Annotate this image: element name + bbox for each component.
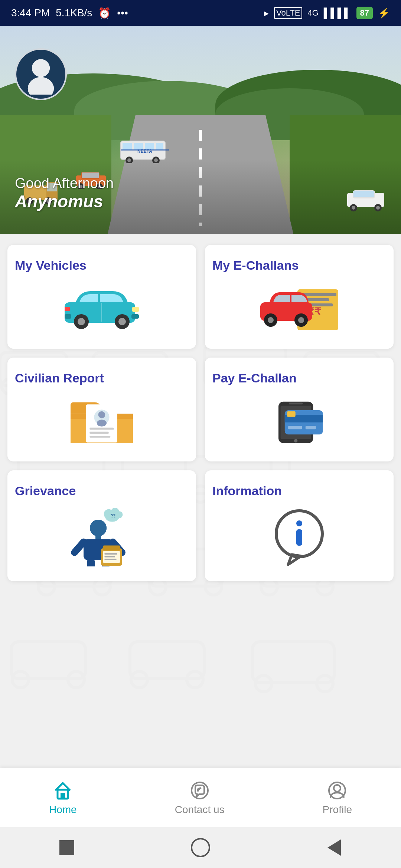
my-vehicles-card[interactable]: My Vehicles <box>7 245 196 349</box>
svg-rect-137 <box>105 553 117 555</box>
svg-rect-28 <box>353 191 374 197</box>
battery-bolt: ⚡ <box>378 7 390 19</box>
svg-rect-139 <box>105 559 117 560</box>
svg-line-130 <box>75 542 84 552</box>
recent-apps-button[interactable] <box>56 836 78 859</box>
my-echallans-title: My E-Challans <box>212 258 299 273</box>
battery-display: 87 <box>356 7 373 19</box>
civilian-report-title: Civilian Report <box>15 371 104 385</box>
android-nav-bar <box>0 827 401 868</box>
my-vehicles-title: My Vehicles <box>15 258 87 273</box>
svg-rect-132 <box>87 559 95 566</box>
home-button[interactable] <box>189 836 212 859</box>
svg-rect-112 <box>89 436 110 438</box>
information-icon-area <box>212 507 386 566</box>
svg-point-108 <box>98 411 105 418</box>
nav-contact[interactable]: Contact us <box>175 780 225 816</box>
profile-icon <box>327 780 348 801</box>
volte-icon: VoLTE <box>274 7 302 19</box>
svg-point-103 <box>268 317 274 323</box>
nav-home[interactable]: Home <box>49 780 77 816</box>
svg-rect-94 <box>131 314 139 319</box>
nav-profile[interactable]: Profile <box>323 780 352 816</box>
nav-home-label: Home <box>49 804 77 816</box>
status-left: 3:44 PM 5.1KB/s ⏰ ••• <box>11 7 128 19</box>
civilian-report-card[interactable]: Civilian Report <box>7 358 196 461</box>
hero-section: NEETA Good Afternoon Anynomus <box>0 26 401 234</box>
svg-rect-121 <box>287 411 295 417</box>
grievance-title: Grievance <box>15 484 76 498</box>
svg-rect-91 <box>132 307 139 312</box>
svg-rect-142 <box>296 529 302 546</box>
svg-text:?!: ?! <box>111 512 116 519</box>
svg-rect-116 <box>289 402 303 404</box>
svg-point-88 <box>78 318 85 325</box>
my-echallans-icon-area: ₹₹₹ <box>212 282 386 334</box>
svg-rect-110 <box>89 427 114 430</box>
contact-icon <box>189 780 210 801</box>
svg-point-90 <box>118 318 126 325</box>
greeting-container: Good Afternoon Anynomus <box>15 175 114 211</box>
svg-rect-77 <box>11 642 85 679</box>
status-bar: 3:44 PM 5.1KB/s ⏰ ••• ▸ VoLTE 4G ▌▌▌▌ 87… <box>0 0 401 26</box>
svg-point-115 <box>294 439 297 442</box>
svg-point-34 <box>28 77 54 95</box>
svg-rect-111 <box>89 431 108 434</box>
alarm-icon: ⏰ <box>98 7 111 19</box>
nav-profile-label: Profile <box>323 804 352 816</box>
status-right: ▸ VoLTE 4G ▌▌▌▌ 87 ⚡ <box>264 7 390 19</box>
pay-echallan-icon <box>262 395 336 447</box>
svg-point-141 <box>296 520 302 526</box>
signal-icon: ▌▌▌▌ <box>324 7 351 19</box>
white-van-vehicle <box>345 187 390 211</box>
my-vehicles-icon-area <box>15 282 189 334</box>
svg-point-105 <box>298 317 304 323</box>
svg-point-30 <box>352 206 355 210</box>
avatar-icon <box>20 54 61 95</box>
my-vehicles-icon <box>61 286 143 330</box>
greeting-text: Good Afternoon <box>15 175 114 191</box>
svg-rect-92 <box>65 307 70 311</box>
svg-rect-95 <box>65 314 71 319</box>
svg-rect-135 <box>103 546 120 550</box>
nav-contact-label: Contact us <box>175 804 225 816</box>
svg-point-32 <box>376 206 380 210</box>
dots-menu: ••• <box>117 7 128 19</box>
bottom-nav: Home Contact us Profile <box>0 768 401 827</box>
svg-point-33 <box>32 59 50 77</box>
my-echallans-icon: ₹₹₹ <box>257 282 342 334</box>
svg-rect-138 <box>105 556 115 558</box>
bluetooth-icon: ▸ <box>264 7 269 19</box>
avatar[interactable] <box>15 48 67 100</box>
pay-echallan-card[interactable]: Pay E-Challan <box>205 358 394 461</box>
civilian-report-icon-area <box>15 394 189 447</box>
svg-rect-119 <box>288 426 302 429</box>
pay-echallan-title: Pay E-Challan <box>212 371 297 385</box>
greeting-name: Anynomus <box>15 191 114 211</box>
svg-rect-120 <box>306 426 316 429</box>
svg-rect-80 <box>130 642 204 679</box>
svg-point-109 <box>97 420 107 427</box>
grievance-icon-area: ?! <box>15 507 189 566</box>
main-content: My Vehicles <box>0 234 401 768</box>
menu-grid: My Vehicles <box>7 245 394 581</box>
information-icon <box>270 507 329 566</box>
time-display: 3:44 PM <box>11 7 50 19</box>
network-4g: 4G <box>307 8 318 18</box>
grievance-icon: ?! <box>68 507 135 566</box>
information-card[interactable]: Information <box>205 470 394 581</box>
pay-echallan-icon-area <box>212 394 386 447</box>
speed-display: 5.1KB/s <box>56 7 92 19</box>
back-button[interactable] <box>323 836 345 859</box>
svg-point-147 <box>334 785 340 792</box>
information-title: Information <box>212 484 282 498</box>
svg-point-21 <box>127 158 131 162</box>
home-icon <box>52 780 73 801</box>
grievance-card[interactable]: Grievance ?! <box>7 470 196 581</box>
civilian-report-icon <box>65 395 139 447</box>
svg-text:NEETA: NEETA <box>137 149 152 154</box>
svg-rect-144 <box>61 793 65 799</box>
svg-point-127 <box>90 520 107 536</box>
my-echallans-card[interactable]: My E-Challans ₹₹₹ <box>205 245 394 349</box>
bus-vehicle: NEETA <box>119 137 171 163</box>
